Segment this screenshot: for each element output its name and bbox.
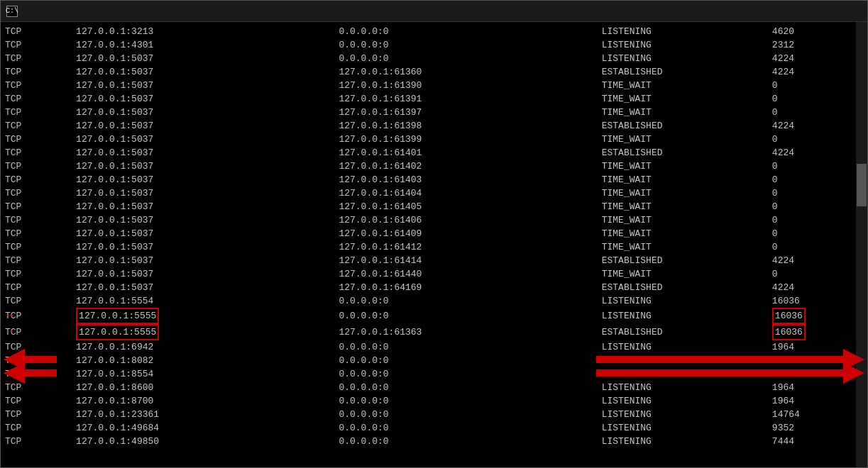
table-row: TCP 127.0.0.1:5037 127.0.0.1:61399 TIME_…: [5, 133, 850, 146]
local-cell: 127.0.0.1:5037: [76, 146, 339, 160]
proto-cell: TCP: [5, 227, 76, 240]
table-row: TCP 127.0.0.1:8554 0.0.0.0:0 LISTENING 1…: [5, 367, 850, 381]
proto-cell: TCP: [5, 354, 76, 367]
proto-cell: TCP: [5, 240, 76, 254]
pid-cell: 0: [772, 227, 850, 240]
table-row: TCP 127.0.0.1:5037 127.0.0.1:61412 TIME_…: [5, 240, 850, 254]
cmd-icon: C:\: [6, 6, 18, 17]
highlighted-pid: 16036: [772, 308, 806, 324]
close-button[interactable]: [829, 4, 862, 19]
proto-cell: TCP: [5, 308, 76, 324]
proto-cell: TCP: [5, 267, 76, 281]
table-row: TCP 127.0.0.1:5037 127.0.0.1:61401 ESTAB…: [5, 146, 850, 160]
state-cell: LISTENING: [602, 354, 772, 367]
foreign-cell: 127.0.0.1:61397: [339, 106, 601, 119]
local-cell: 127.0.0.1:5037: [76, 65, 339, 79]
highlighted-pid: 16036: [772, 324, 806, 340]
pid-cell: 1964: [772, 340, 850, 354]
state-cell: LISTENING: [602, 294, 772, 308]
pid-cell: 0: [772, 160, 850, 173]
foreign-cell: 127.0.0.1:61402: [339, 160, 601, 173]
console-area: TCP 127.0.0.1:3213 0.0.0.0:0 LISTENING 4…: [1, 22, 867, 467]
proto-cell: TCP: [5, 52, 76, 65]
table-row: TCP 127.0.0.1:5037 127.0.0.1:61398 ESTAB…: [5, 119, 850, 133]
table-row: TCP 127.0.0.1:5037 127.0.0.1:61404 TIME_…: [5, 186, 850, 200]
table-row: TCP 127.0.0.1:23361 0.0.0.0:0 LISTENING …: [5, 408, 850, 421]
table-row: TCP 127.0.0.1:5037 127.0.0.1:61391 TIME_…: [5, 92, 850, 106]
pid-cell: 0: [772, 240, 850, 254]
left-arrow-indicator: →: [6, 325, 13, 338]
foreign-cell: 0.0.0.0:0: [339, 421, 601, 435]
pid-cell: 0: [772, 106, 850, 119]
proto-cell: TCP: [5, 394, 76, 408]
foreign-cell: 127.0.0.1:61401: [339, 146, 601, 160]
pid-cell: 9352: [772, 421, 850, 435]
minimize-button[interactable]: [761, 4, 793, 19]
local-cell: 127.0.0.1:5037: [76, 227, 339, 240]
foreign-cell: 127.0.0.1:61399: [339, 133, 601, 146]
pid-cell: 4224: [772, 65, 850, 79]
foreign-cell: 0.0.0.0:0: [339, 308, 601, 324]
table-row: TCP 127.0.0.1:6942 0.0.0.0:0 LISTENING 1…: [5, 340, 850, 354]
foreign-cell: 0.0.0.0:0: [339, 294, 601, 308]
proto-cell: TCP: [5, 421, 76, 435]
pid-cell: 0: [772, 186, 850, 200]
local-cell: 127.0.0.1:5037: [76, 79, 339, 92]
local-cell: 127.0.0.1:8554: [76, 367, 339, 381]
proto-cell: TCP: [5, 65, 76, 79]
proto-cell: TCP: [5, 367, 76, 381]
table-row: TCP 127.0.0.1:49684 0.0.0.0:0 LISTENING …: [5, 421, 850, 435]
maximize-button[interactable]: [795, 4, 828, 19]
state-cell: TIME_WAIT: [602, 92, 772, 106]
scrollbar[interactable]: [856, 22, 867, 467]
pid-cell: 16036: [772, 294, 850, 308]
local-cell: 127.0.0.1:5037: [76, 186, 339, 200]
foreign-cell: 127.0.0.1:61403: [339, 173, 601, 186]
state-cell: TIME_WAIT: [602, 79, 772, 92]
proto-cell: TCP: [5, 281, 76, 294]
pid-cell: 4224: [772, 281, 850, 294]
pid-cell: 1964: [772, 381, 850, 394]
local-cell: 127.0.0.1:5037: [76, 200, 339, 213]
local-cell: 127.0.0.1:8700: [76, 394, 339, 408]
state-cell: LISTENING: [602, 408, 772, 421]
state-cell: ESTABLISHED: [602, 254, 772, 267]
state-cell: TIME_WAIT: [602, 186, 772, 200]
foreign-cell: 0.0.0.0:0: [339, 408, 601, 421]
pid-cell: 14764: [772, 354, 850, 367]
local-cell: 127.0.0.1:5554: [76, 294, 339, 308]
pid-cell: 4224: [772, 119, 850, 133]
foreign-cell: 0.0.0.0:0: [339, 340, 601, 354]
foreign-cell: 0.0.0.0:0: [339, 367, 601, 381]
local-cell: 127.0.0.1:5555: [76, 324, 339, 340]
table-row: TCP 127.0.0.1:4301 0.0.0.0:0 LISTENING 2…: [5, 38, 850, 52]
pid-cell: 0: [772, 173, 850, 186]
cmd-window: C:\ TCP 127.0.0.1:3213 0.0.0.0:0 LISTENI…: [0, 0, 868, 468]
pid-cell: 4224: [772, 254, 850, 267]
foreign-cell: 127.0.0.1:61406: [339, 213, 601, 227]
scrollbar-thumb[interactable]: [857, 164, 867, 206]
foreign-cell: 127.0.0.1:61412: [339, 240, 601, 254]
table-row: TCP 127.0.0.1:5037 127.0.0.1:61403 TIME_…: [5, 173, 850, 186]
proto-cell: TCP: [5, 408, 76, 421]
proto-cell: TCP: [5, 324, 76, 340]
state-cell: TIME_WAIT: [602, 200, 772, 213]
state-cell: LISTENING: [602, 52, 772, 65]
table-row: TCP 127.0.0.1:5555 0.0.0.0:0 LISTENING 1…: [5, 308, 850, 324]
proto-cell: TCP: [5, 435, 76, 448]
local-cell: 127.0.0.1:8082: [76, 354, 339, 367]
state-cell: LISTENING: [602, 421, 772, 435]
local-cell: 127.0.0.1:3213: [76, 25, 339, 38]
title-bar: C:\: [1, 1, 867, 22]
proto-cell: TCP: [5, 381, 76, 394]
proto-cell: TCP: [5, 200, 76, 213]
proto-cell: TCP: [5, 340, 76, 354]
highlighted-local: 127.0.0.1:5555: [76, 324, 159, 340]
table-row: TCP 127.0.0.1:49850 0.0.0.0:0 LISTENING …: [5, 435, 850, 448]
local-cell: 127.0.0.1:5037: [76, 267, 339, 281]
state-cell: TIME_WAIT: [602, 240, 772, 254]
pid-cell: 0: [772, 200, 850, 213]
foreign-cell: 127.0.0.1:61440: [339, 267, 601, 281]
proto-cell: TCP: [5, 213, 76, 227]
foreign-cell: 127.0.0.1:61398: [339, 119, 601, 133]
